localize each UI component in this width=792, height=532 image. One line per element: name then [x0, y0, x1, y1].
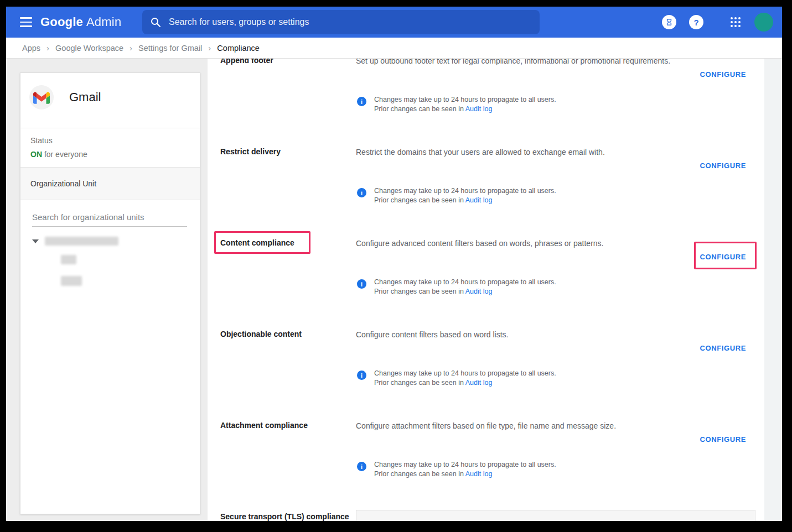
- setting-description: Set up outbound footer text for legal co…: [356, 59, 680, 66]
- status-label: Status: [30, 136, 190, 145]
- setting-label: Content compliance: [220, 238, 348, 248]
- setting-row-objectionable-content: Objectionable content Configure content …: [220, 329, 746, 418]
- brand-secondary: Admin: [86, 15, 121, 29]
- breadcrumb-separator: ›: [208, 43, 211, 53]
- setting-label: Append footer: [220, 59, 348, 65]
- info-line1: Changes may take up to 24 hours to propa…: [374, 278, 556, 287]
- info-line2: Prior changes can be seen in Audit log: [374, 378, 556, 388]
- org-unit-child-item[interactable]: [61, 276, 82, 286]
- scrollbar-track[interactable]: [764, 59, 782, 521]
- breadcrumb-apps[interactable]: Apps: [22, 44, 40, 53]
- content-area: Gmail Status ON for everyone Organizatio…: [6, 59, 782, 521]
- breadcrumb-separator: ›: [130, 43, 132, 53]
- setting-description: Configure advanced content filters based…: [356, 238, 680, 248]
- configure-button[interactable]: CONFIGURE: [700, 70, 746, 79]
- info-line1: Changes may take up to 24 hours to propa…: [374, 460, 556, 470]
- info-icon: i: [357, 462, 366, 471]
- audit-log-link[interactable]: Audit log: [465, 379, 493, 387]
- org-unit-header: Organizational Unit: [20, 168, 200, 200]
- info-line2: Prior changes can be seen in Audit log: [374, 470, 556, 479]
- configure-button[interactable]: CONFIGURE: [700, 161, 746, 170]
- audit-log-link[interactable]: Audit log: [465, 105, 493, 113]
- setting-row-content-compliance: Content compliance Configure advanced co…: [220, 238, 746, 326]
- status-section: Status ON for everyone: [20, 128, 200, 168]
- info-icon: i: [357, 279, 366, 289]
- settings-list: Append footer Set up outbound footer tex…: [208, 59, 764, 521]
- breadcrumb-compliance: Compliance: [217, 44, 260, 53]
- chevron-down-icon: [32, 239, 39, 243]
- help-button[interactable]: ?: [689, 15, 703, 29]
- configure-button[interactable]: CONFIGURE: [700, 344, 746, 352]
- info-note: i Changes may take up to 24 hours to pro…: [357, 460, 556, 479]
- gmail-logo: [29, 85, 54, 109]
- apps-grid-icon[interactable]: [729, 16, 742, 28]
- setting-row-attachment-compliance: Attachment compliance Configure attachme…: [220, 420, 746, 509]
- brand-wordmark: Google Admin: [40, 7, 121, 38]
- info-note: i Changes may take up to 24 hours to pro…: [357, 95, 556, 114]
- search-icon: [150, 17, 161, 28]
- info-note: i Changes may take up to 24 hours to pro…: [357, 369, 556, 388]
- info-icon: i: [357, 97, 366, 106]
- configure-button[interactable]: CONFIGURE: [700, 253, 746, 261]
- admin-console-window: Google Admin ? Apps: [6, 7, 782, 521]
- info-icon: i: [357, 188, 366, 197]
- info-line2: Prior changes can be seen in Audit log: [374, 287, 556, 296]
- audit-log-link[interactable]: Audit log: [465, 288, 493, 295]
- pending-tasks-button[interactable]: [662, 15, 676, 29]
- org-unit-child-item[interactable]: [61, 255, 76, 264]
- info-note: i Changes may take up to 24 hours to pro…: [357, 186, 556, 205]
- setting-detail-panel: [356, 510, 755, 521]
- info-line2: Prior changes can be seen in Audit log: [374, 105, 556, 114]
- breadcrumb-separator: ›: [46, 43, 49, 53]
- service-title: Gmail: [69, 90, 101, 105]
- info-line1: Changes may take up to 24 hours to propa…: [374, 186, 556, 196]
- audit-log-link[interactable]: Audit log: [465, 196, 493, 204]
- setting-label: Attachment compliance: [220, 420, 348, 430]
- menu-icon[interactable]: [20, 17, 32, 27]
- question-mark-icon: ?: [693, 18, 698, 27]
- service-card-header: Gmail: [20, 73, 200, 128]
- hourglass-icon: [665, 18, 673, 26]
- search-input[interactable]: [169, 17, 532, 27]
- org-unit-redacted-name: [45, 237, 118, 246]
- brand-primary: Google: [40, 15, 83, 29]
- info-icon: i: [357, 371, 366, 380]
- setting-label: Objectionable content: [220, 329, 348, 339]
- setting-label: Restrict delivery: [220, 147, 348, 157]
- org-unit-root-item[interactable]: [32, 237, 118, 246]
- global-search[interactable]: [142, 10, 540, 34]
- setting-row-secure-transport-tls: Secure transport (TLS) compliance: [220, 512, 746, 521]
- setting-row-append-footer: Append footer Set up outbound footer tex…: [220, 59, 746, 144]
- audit-log-link[interactable]: Audit log: [465, 470, 493, 478]
- service-card: Gmail Status ON for everyone Organizatio…: [20, 72, 200, 514]
- configure-button[interactable]: CONFIGURE: [700, 435, 746, 444]
- breadcrumb-google-workspace[interactable]: Google Workspace: [55, 44, 123, 53]
- org-unit-redacted-name: [61, 276, 82, 286]
- setting-label: Secure transport (TLS) compliance: [220, 512, 356, 521]
- org-unit-search[interactable]: [32, 210, 187, 227]
- info-note: i Changes may take up to 24 hours to pro…: [357, 278, 556, 296]
- account-avatar[interactable]: [754, 13, 773, 32]
- sidebar: Gmail Status ON for everyone Organizatio…: [6, 59, 208, 521]
- status-scope: for everyone: [42, 150, 87, 159]
- status-on-badge: ON: [30, 150, 42, 159]
- info-line2: Prior changes can be seen in Audit log: [374, 196, 556, 205]
- app-bar: Google Admin ?: [6, 7, 782, 38]
- setting-row-restrict-delivery: Restrict delivery Restrict the domains t…: [220, 147, 746, 235]
- status-value: ON for everyone: [30, 150, 190, 159]
- breadcrumb-settings-for-gmail[interactable]: Settings for Gmail: [138, 44, 202, 53]
- gmail-m-icon: [33, 91, 50, 104]
- setting-description: Configure attachment filters based on fi…: [356, 421, 680, 431]
- setting-description: Restrict the domains that your users are…: [356, 147, 680, 157]
- org-unit-search-input[interactable]: [32, 210, 187, 227]
- breadcrumb: Apps › Google Workspace › Settings for G…: [6, 38, 782, 59]
- info-line1: Changes may take up to 24 hours to propa…: [374, 369, 556, 378]
- info-line1: Changes may take up to 24 hours to propa…: [374, 95, 556, 105]
- setting-description: Configure content filters based on word …: [356, 330, 680, 340]
- org-unit-redacted-name: [61, 255, 76, 264]
